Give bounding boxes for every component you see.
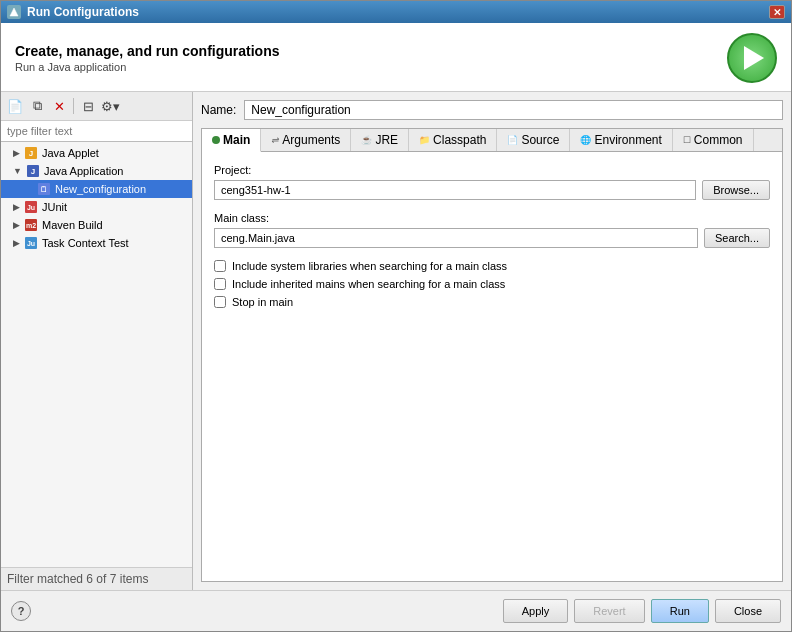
left-toolbar: 📄 ⧉ ✕ ⊟ ⚙▾ (1, 92, 192, 121)
help-button[interactable]: ? (11, 601, 31, 621)
project-input[interactable] (214, 180, 696, 200)
svg-marker-0 (10, 8, 18, 16)
header-text: Create, manage, and run configurations R… (15, 43, 280, 73)
main-class-input[interactable] (214, 228, 698, 248)
classpath-tab-icon: 📁 (419, 135, 430, 145)
tab-arguments[interactable]: ⇌ Arguments (261, 129, 351, 151)
left-status: Filter matched 6 of 7 items (1, 567, 192, 590)
junit-label: JUnit (42, 201, 67, 213)
tree-item-new-configuration[interactable]: 🗒 New_configuration (1, 180, 192, 198)
expand-task-icon: ▶ (13, 238, 20, 248)
tree-item-maven-build[interactable]: ▶ m2 Maven Build (1, 216, 192, 234)
tabs-bar: Main ⇌ Arguments ☕ JRE 📁 Classpath (202, 129, 782, 152)
java-app-icon: J (26, 164, 40, 178)
tab-common[interactable]: ☐ Common (673, 129, 754, 151)
tab-main-content: Project: Browse... Main class: Search... (202, 152, 782, 581)
filter-status-text: Filter matched 6 of 7 items (7, 572, 148, 586)
arguments-tab-icon: ⇌ (271, 135, 279, 145)
expand-javaapp-icon: ▼ (13, 166, 22, 176)
jre-tab-icon: ☕ (361, 135, 372, 145)
config-button[interactable]: ⚙▾ (100, 96, 120, 116)
tree-item-task-context[interactable]: ▶ Ju Task Context Test (1, 234, 192, 252)
main-class-field-row: Search... (214, 228, 770, 248)
junit-icon: Ju (24, 200, 38, 214)
search-button[interactable]: Search... (704, 228, 770, 248)
tree-item-junit[interactable]: ▶ Ju JUnit (1, 198, 192, 216)
close-button[interactable]: ✕ (769, 5, 785, 19)
run-configurations-window: Run Configurations ✕ Create, manage, and… (0, 0, 792, 632)
header-subtitle: Run a Java application (15, 61, 280, 73)
window-icon (7, 5, 21, 19)
main-tab-icon (212, 136, 220, 144)
toolbar-separator (73, 98, 74, 114)
revert-button[interactable]: Revert (574, 599, 644, 623)
title-bar-left: Run Configurations (7, 5, 139, 19)
project-label: Project: (214, 164, 770, 176)
environment-tab-icon: 🌐 (580, 135, 591, 145)
delete-config-button[interactable]: ✕ (49, 96, 69, 116)
main-class-label: Main class: (214, 212, 770, 224)
include-inherited-checkbox[interactable] (214, 278, 226, 290)
tab-jre[interactable]: ☕ JRE (351, 129, 409, 151)
copy-config-button[interactable]: ⧉ (27, 96, 47, 116)
checkbox-include-system: Include system libraries when searching … (214, 260, 770, 272)
new-config-button[interactable]: 📄 (5, 96, 25, 116)
tab-classpath-label: Classpath (433, 133, 486, 147)
bottom-right-buttons: Apply Revert Run Close (503, 599, 781, 623)
project-field-group: Project: Browse... (214, 164, 770, 200)
stop-in-main-checkbox[interactable] (214, 296, 226, 308)
config-tree: ▶ J Java Applet ▼ J Java Application (1, 142, 192, 567)
config-icon: 🗒 (37, 182, 51, 196)
main-content: 📄 ⧉ ✕ ⊟ ⚙▾ ▶ J Java Applet (1, 92, 791, 590)
tab-source-label: Source (521, 133, 559, 147)
expand-applet-icon: ▶ (13, 148, 20, 158)
include-inherited-label[interactable]: Include inherited mains when searching f… (232, 278, 505, 290)
window-title: Run Configurations (27, 5, 139, 19)
expand-junit-icon: ▶ (13, 202, 20, 212)
task-context-label: Task Context Test (42, 237, 129, 249)
main-class-field-group: Main class: Search... (214, 212, 770, 248)
maven-build-label: Maven Build (42, 219, 103, 231)
task-icon: Ju (24, 236, 38, 250)
name-label: Name: (201, 103, 236, 117)
tab-main[interactable]: Main (202, 129, 261, 152)
tab-main-label: Main (223, 133, 250, 147)
include-system-label[interactable]: Include system libraries when searching … (232, 260, 507, 272)
apply-button[interactable]: Apply (503, 599, 569, 623)
run-icon (744, 46, 764, 70)
collapse-button[interactable]: ⊟ (78, 96, 98, 116)
tab-environment-label: Environment (594, 133, 661, 147)
tab-jre-label: JRE (375, 133, 398, 147)
tree-item-java-application[interactable]: ▼ J Java Application (1, 162, 192, 180)
stop-in-main-label[interactable]: Stop in main (232, 296, 293, 308)
run-config-button[interactable]: Run (651, 599, 709, 623)
header-title: Create, manage, and run configurations (15, 43, 280, 59)
include-system-checkbox[interactable] (214, 260, 226, 272)
tab-classpath[interactable]: 📁 Classpath (409, 129, 497, 151)
tab-environment[interactable]: 🌐 Environment (570, 129, 672, 151)
source-tab-icon: 📄 (507, 135, 518, 145)
tree-item-java-applet[interactable]: ▶ J Java Applet (1, 144, 192, 162)
run-button[interactable] (727, 33, 777, 83)
tabs-container: Main ⇌ Arguments ☕ JRE 📁 Classpath (201, 128, 783, 582)
java-application-label: Java Application (44, 165, 124, 177)
filter-input[interactable] (1, 121, 192, 142)
name-row: Name: (201, 100, 783, 120)
expand-maven-icon: ▶ (13, 220, 20, 230)
new-configuration-label: New_configuration (55, 183, 146, 195)
tab-common-label: Common (694, 133, 743, 147)
close-config-button[interactable]: Close (715, 599, 781, 623)
name-input[interactable] (244, 100, 783, 120)
tab-arguments-label: Arguments (282, 133, 340, 147)
java-applet-label: Java Applet (42, 147, 99, 159)
tab-source[interactable]: 📄 Source (497, 129, 570, 151)
checkbox-include-inherited: Include inherited mains when searching f… (214, 278, 770, 290)
left-panel: 📄 ⧉ ✕ ⊟ ⚙▾ ▶ J Java Applet (1, 92, 193, 590)
common-tab-icon: ☐ (683, 135, 691, 145)
project-field-row: Browse... (214, 180, 770, 200)
checkbox-stop-in-main: Stop in main (214, 296, 770, 308)
java-applet-icon: J (24, 146, 38, 160)
maven-icon: m2 (24, 218, 38, 232)
bottom-bar: ? Apply Revert Run Close (1, 590, 791, 631)
project-browse-button[interactable]: Browse... (702, 180, 770, 200)
